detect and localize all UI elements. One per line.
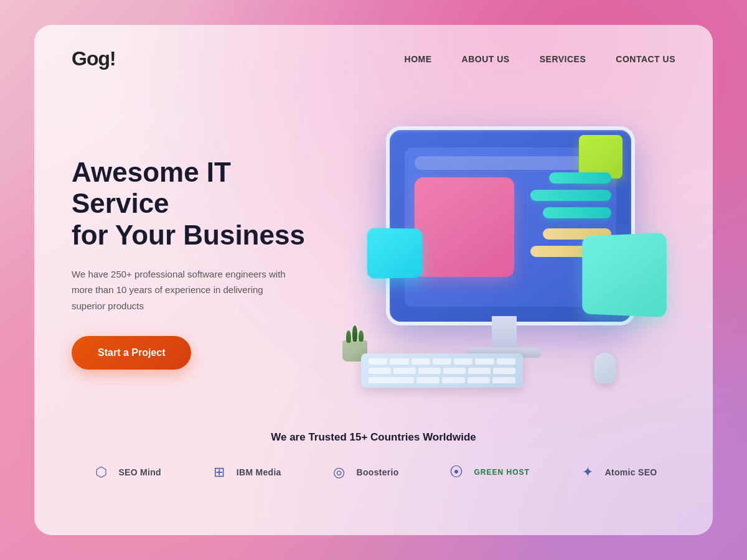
boosterio-label: Boosterio <box>357 467 399 477</box>
nav-link-home[interactable]: HOME <box>405 54 432 64</box>
nav-link-services[interactable]: SERVICES <box>540 54 586 64</box>
leaf-3 <box>359 330 364 342</box>
address-bar <box>415 156 606 170</box>
trusted-section: We are Trusted 15+ Countries Worldwide ⬡… <box>34 431 713 483</box>
brands-list: ⬡ SEO Mind ⊞ IBM Media ◎ Boosterio ⦿ GRE… <box>72 461 675 483</box>
brand-boosterio: ◎ Boosterio <box>328 461 399 483</box>
monitor <box>386 126 635 325</box>
float-card-left <box>367 228 423 279</box>
monitor-neck <box>492 316 517 347</box>
nav-link-about[interactable]: ABOUT US <box>462 54 510 64</box>
hero-visual <box>333 95 675 431</box>
green-host-icon: ⦿ <box>445 461 467 483</box>
atomic-seo-icon: ✦ <box>576 461 599 483</box>
seo-mind-icon: ⬡ <box>90 461 112 483</box>
leaf-1 <box>346 330 351 343</box>
brand-atomic-seo: ✦ Atomic SEO <box>576 461 657 483</box>
ibm-media-label: IBM Media <box>237 467 281 477</box>
ibm-media-icon: ⊞ <box>208 461 230 483</box>
nav-item-home[interactable]: HOME <box>405 54 432 65</box>
hero-title: Awesome IT Service for Your Business <box>72 157 333 251</box>
nav-item-contact[interactable]: CONTACT US <box>616 54 675 65</box>
teal-bar-3 <box>543 207 611 218</box>
computer-scene <box>336 114 672 413</box>
keyboard <box>361 353 523 388</box>
boosterio-icon: ◎ <box>328 461 350 483</box>
hero-text-block: Awesome IT Service for Your Business We … <box>72 157 333 370</box>
hero-section: Awesome IT Service for Your Business We … <box>34 70 713 431</box>
nav-item-services[interactable]: SERVICES <box>540 54 586 65</box>
nav-item-about[interactable]: ABOUT US <box>462 54 510 65</box>
screen-card-pink <box>415 177 514 277</box>
brand-seo-mind: ⬡ SEO Mind <box>90 461 161 483</box>
brand-green-host: ⦿ GREEN HOST <box>445 461 529 483</box>
teal-bar-1 <box>549 172 611 184</box>
green-host-label: GREEN HOST <box>474 468 529 477</box>
brand-ibm-media: ⊞ IBM Media <box>208 461 281 483</box>
trusted-heading: We are Trusted 15+ Countries Worldwide <box>72 431 675 444</box>
mouse <box>594 353 616 384</box>
nav-link-contact[interactable]: CONTACT US <box>616 54 675 64</box>
leaf-2 <box>352 325 357 342</box>
logo[interactable]: Gog! <box>72 47 116 70</box>
keyboard-keys <box>369 358 515 383</box>
start-project-button[interactable]: Start a Project <box>72 336 191 370</box>
monitor-screen <box>405 147 616 307</box>
seo-mind-label: SEO Mind <box>118 467 161 477</box>
float-card-right <box>582 233 667 317</box>
atomic-seo-label: Atomic SEO <box>605 467 657 477</box>
teal-bar-2 <box>530 190 611 201</box>
navbar: Gog! HOME ABOUT US SERVICES CONTACT US <box>34 25 713 70</box>
nav-links: HOME ABOUT US SERVICES CONTACT US <box>405 54 675 65</box>
hero-description: We have 250+ professional software engin… <box>72 266 296 314</box>
